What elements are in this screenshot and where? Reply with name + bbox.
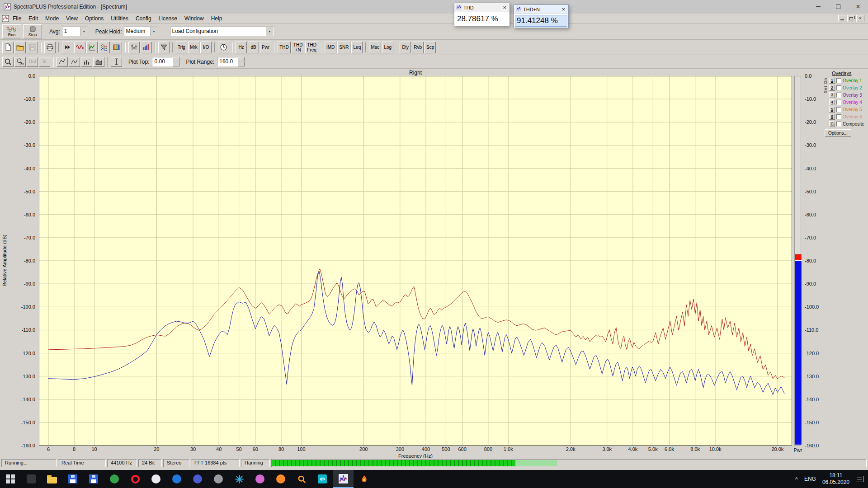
macro-button[interactable]: Mac xyxy=(369,42,381,53)
spectrum-plot[interactable] xyxy=(39,76,792,446)
spectrogram-view-button[interactable] xyxy=(111,42,122,53)
plot-top-value[interactable]: 0.00 xyxy=(152,57,173,66)
print-button[interactable] xyxy=(44,42,56,53)
minimize-button[interactable] xyxy=(808,0,828,14)
thd-n-close-button[interactable]: × xyxy=(560,6,566,13)
paw-app-icon[interactable] xyxy=(250,470,270,488)
overlays-options-button[interactable]: Options... xyxy=(825,129,851,137)
firefox-icon[interactable] xyxy=(270,470,291,488)
overlay-3-checkbox[interactable] xyxy=(836,93,841,98)
run-button[interactable]: Run xyxy=(2,24,21,38)
filter-button[interactable] xyxy=(158,42,170,53)
blue-floppy-1-icon[interactable] xyxy=(62,470,83,488)
menu-license[interactable]: License xyxy=(155,14,181,23)
overlay-1-button[interactable]: 1 xyxy=(829,78,835,84)
waterfall-view-button[interactable] xyxy=(99,42,110,53)
timer-button[interactable] xyxy=(218,42,229,53)
pwr-units-button[interactable]: Pwr xyxy=(260,42,271,53)
dropdown-arrow-icon[interactable]: ▼ xyxy=(150,27,158,36)
delay-button[interactable]: Dly xyxy=(400,42,411,53)
dark-app-icon[interactable] xyxy=(21,470,42,488)
overlay-4-button[interactable]: 4 xyxy=(829,99,835,105)
gray-app-icon[interactable] xyxy=(208,470,229,488)
open-file-button[interactable] xyxy=(14,42,26,53)
blue-globe-app-icon[interactable] xyxy=(166,470,187,488)
spin-up-icon[interactable] xyxy=(238,57,245,61)
thd-n-button[interactable]: THD +N xyxy=(292,42,305,53)
hidden-icons-button[interactable]: ^ xyxy=(795,476,798,483)
overlay-1-checkbox[interactable] xyxy=(836,78,841,83)
hz-units-button[interactable]: Hz xyxy=(236,42,247,53)
mdi-child-icon[interactable] xyxy=(2,15,9,22)
language-indicator[interactable]: ENG xyxy=(804,476,816,482)
thd-close-button[interactable]: × xyxy=(501,4,508,11)
overlay-2-button[interactable]: 2 xyxy=(829,85,835,91)
imd-button[interactable]: IMD xyxy=(325,42,336,53)
flame-app-icon[interactable] xyxy=(354,470,374,488)
leq-button[interactable]: Leq xyxy=(351,42,363,53)
opera-browser-icon[interactable] xyxy=(125,470,146,488)
blue-floppy-2-icon[interactable] xyxy=(83,470,104,488)
filled-plot-mode-button[interactable] xyxy=(93,57,104,67)
menu-view[interactable]: View xyxy=(62,14,81,23)
snowflake-app-icon[interactable] xyxy=(229,470,250,488)
shield-app-icon[interactable] xyxy=(187,470,208,488)
spin-down-icon[interactable] xyxy=(238,61,245,66)
mdi-restore-button[interactable] xyxy=(847,15,855,22)
overlay-2-checkbox[interactable] xyxy=(836,85,841,90)
orange-search-icon[interactable] xyxy=(291,470,312,488)
overlay-3-button[interactable]: 3 xyxy=(829,92,835,98)
menu-config[interactable]: Config xyxy=(132,14,155,23)
thd-button[interactable]: THD xyxy=(278,42,291,53)
start-icon[interactable] xyxy=(0,470,21,488)
reverb-button[interactable]: Rvb xyxy=(412,42,424,53)
title-bar[interactable]: SpectraPLUS Professional Edition - [Spec… xyxy=(0,0,868,14)
thd-freq-button[interactable]: THD Freq xyxy=(305,42,318,53)
file-explorer-icon[interactable] xyxy=(42,470,62,488)
fast-forward-button[interactable] xyxy=(62,42,73,53)
action-center-icon[interactable] xyxy=(856,476,863,482)
signal-generator-button[interactable] xyxy=(74,42,85,53)
thd-n-window[interactable]: THD+N × 91.41248 % xyxy=(514,5,569,28)
zoom-2x-button[interactable]: 2X xyxy=(14,57,26,67)
marker-cursor-button[interactable] xyxy=(111,57,122,67)
mdi-minimize-button[interactable] xyxy=(838,15,846,22)
qb-app-icon[interactable]: qb xyxy=(312,470,333,488)
io-options-button[interactable]: I/O xyxy=(200,42,212,53)
markers-button[interactable]: Mrk xyxy=(188,42,199,53)
trigger-button[interactable]: Trig xyxy=(176,42,187,53)
scope-button[interactable]: Scp xyxy=(425,42,436,53)
menu-file[interactable]: File xyxy=(9,14,25,23)
overlay-C-button[interactable]: C xyxy=(829,121,835,127)
peak-hold-dropdown[interactable]: Medium ▼ xyxy=(124,27,158,36)
green-audio-app-icon[interactable] xyxy=(104,470,125,488)
spectraplus-icon[interactable] xyxy=(333,470,354,488)
plot-top-spinner[interactable]: 0.00 xyxy=(152,57,179,66)
close-button[interactable]: × xyxy=(848,0,868,14)
zoom-button[interactable] xyxy=(2,57,14,67)
overlay-5-checkbox[interactable] xyxy=(836,107,841,112)
mdi-close-button[interactable]: × xyxy=(856,15,864,22)
spin-down-icon[interactable] xyxy=(173,61,179,66)
plot-range-spinner[interactable]: 160.0 xyxy=(217,57,245,66)
spin-up-icon[interactable] xyxy=(173,57,179,61)
plot-range-value[interactable]: 160.0 xyxy=(217,57,238,66)
time-series-view-button[interactable] xyxy=(86,42,98,53)
overlay-4-checkbox[interactable] xyxy=(836,100,841,105)
menu-utilities[interactable]: Utilities xyxy=(107,14,132,23)
dropdown-arrow-icon[interactable]: ▼ xyxy=(80,27,88,36)
logging-button[interactable]: Log xyxy=(382,42,393,53)
line-plot-mode-button[interactable] xyxy=(57,57,68,67)
dropdown-arrow-icon[interactable]: ▼ xyxy=(266,27,274,36)
bar-plot-mode-button[interactable] xyxy=(81,57,92,67)
thd-window[interactable]: THD × 28.78617 % xyxy=(454,3,510,26)
menu-help[interactable]: Help xyxy=(208,14,226,23)
thd-n-window-titlebar[interactable]: THD+N × xyxy=(514,5,568,14)
snr-button[interactable]: SNR xyxy=(337,42,350,53)
load-configuration-dropdown[interactable]: Load Configuration ▼ xyxy=(170,27,274,36)
menu-options[interactable]: Options xyxy=(81,14,107,23)
stop-button[interactable]: Stop xyxy=(23,24,42,38)
clock[interactable]: 18:11 06.05.2020 xyxy=(822,472,849,486)
menu-edit[interactable]: Edit xyxy=(25,14,42,23)
overlay-6-button[interactable]: 6 xyxy=(829,114,835,120)
